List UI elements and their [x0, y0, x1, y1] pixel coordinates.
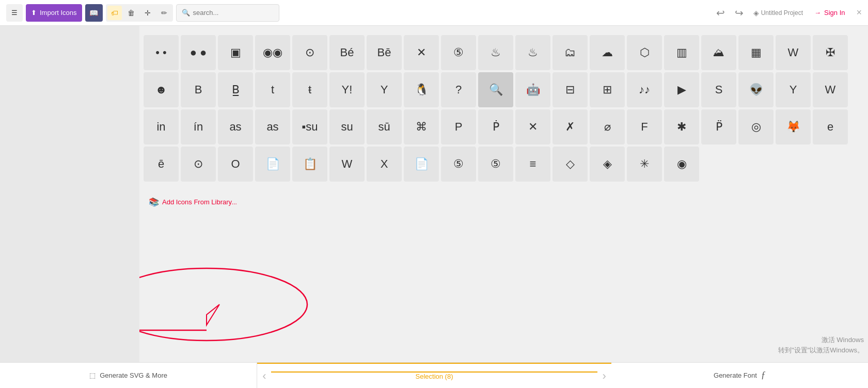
- icon-cell-reddit[interactable]: 👽: [738, 72, 774, 107]
- icon-cell-file[interactable]: 📄: [404, 147, 439, 182]
- delete-button[interactable]: 🗑: [124, 6, 138, 20]
- icon-cell-deviantart[interactable]: ✕: [404, 35, 439, 70]
- icon-row: • •● ●▣◉◉⊙BéBē✕⑤♨♨🗂☁⬡▥⛰▦W✠: [144, 35, 864, 70]
- icon-cell-stumbleupon-sq[interactable]: ▪su: [292, 109, 327, 144]
- icon-cell-onedrive[interactable]: ☁: [590, 35, 625, 70]
- icon-cell-hacker-news[interactable]: Y: [776, 72, 811, 107]
- icon-cell-yelp[interactable]: ✱: [664, 109, 699, 144]
- icon-cell-yahoo2[interactable]: Y: [367, 72, 402, 107]
- icon-cell-stack-overflow[interactable]: ⌘: [404, 109, 439, 144]
- search-input[interactable]: [193, 9, 274, 17]
- icon-cell-tux[interactable]: 🐧: [404, 72, 439, 107]
- icon-cell-html5[interactable]: ⑤: [441, 147, 476, 182]
- icon-cell-pdf[interactable]: 📄: [255, 147, 290, 182]
- move-button[interactable]: ✛: [140, 6, 155, 20]
- icon-cell-joomla[interactable]: ✠: [813, 35, 848, 70]
- icon-cell-asterisk[interactable]: ✳: [627, 147, 662, 182]
- icon-cell-linkedin[interactable]: in: [144, 109, 179, 144]
- import-icons-button[interactable]: ⬆ Import Icons: [26, 4, 82, 22]
- icon-cell-dribbble[interactable]: ⊙: [292, 35, 327, 70]
- add-icons-label: Add Icons From Library...: [162, 198, 237, 206]
- icon-cell-tumblr[interactable]: t: [255, 72, 290, 107]
- icon-cell-blogger2[interactable]: B̲: [218, 72, 253, 107]
- icon-cell-codepen[interactable]: ◈: [590, 147, 625, 182]
- icon-cell-wikipedia[interactable]: W: [813, 72, 848, 107]
- icon-row: ē⊙O📄📋WX📄⑤⑤≡◇◈✳◉: [144, 147, 864, 182]
- icon-cell-apple[interactable]: ?: [441, 72, 476, 107]
- icon-cell-soundcloud2[interactable]: ▶: [664, 72, 699, 107]
- icon-cell-windows8[interactable]: ⊞: [590, 72, 625, 107]
- icon-cell-npm[interactable]: ▥: [664, 35, 699, 70]
- icon-cell-css3[interactable]: ⑤: [478, 147, 513, 182]
- library-button[interactable]: 📖: [85, 4, 103, 22]
- icon-cell-opera[interactable]: O: [218, 147, 253, 182]
- icon-cell-ie[interactable]: ē: [144, 147, 179, 182]
- icon-cell-wordpress[interactable]: W: [776, 35, 811, 70]
- windows-watermark: 激活 Windows 转到"设置"以激活Windows。: [774, 333, 868, 357]
- sign-in-button[interactable]: → Sign In: [809, 6, 850, 20]
- tag-button[interactable]: 🏷: [107, 6, 122, 20]
- icon-cell-css[interactable]: ≡: [515, 147, 550, 182]
- icon-cell-flickr-square[interactable]: ▣: [218, 35, 253, 70]
- upload-icon: ⬆: [31, 9, 37, 17]
- right-arrow: ›: [597, 369, 611, 383]
- icon-cell-foursquare[interactable]: F: [627, 109, 662, 144]
- icon-cell-tumblr2[interactable]: ŧ: [292, 72, 327, 107]
- close-icon: ×: [856, 7, 862, 18]
- icon-cell-stumbleupon[interactable]: su: [329, 109, 365, 144]
- icon-cell-lastfm[interactable]: as: [218, 109, 253, 144]
- icon-cell-github[interactable]: ⬡: [627, 35, 662, 70]
- icon-cell-file-text[interactable]: 📋: [292, 147, 327, 182]
- icon-cell-flickr-circles[interactable]: ● ●: [181, 35, 216, 70]
- generate-svg-icon: ⬚: [89, 371, 96, 379]
- icon-cell-stumbleupon2[interactable]: sū: [367, 109, 402, 144]
- add-icons-area: 📚 Add Icons From Library...: [144, 187, 864, 217]
- icon-cell-trello[interactable]: ▦: [738, 35, 774, 70]
- icon-cell-skype[interactable]: S: [701, 72, 736, 107]
- icon-cell-xing[interactable]: ✕: [515, 109, 550, 144]
- icon-cell-dropbox[interactable]: 🗂: [553, 35, 588, 70]
- icon-cell-paypal[interactable]: P̈: [701, 109, 736, 144]
- icon-cell-behance2[interactable]: Bē: [367, 35, 402, 70]
- add-icons-button[interactable]: 📚 Add Icons From Library...: [149, 197, 237, 207]
- icon-cell-chrome[interactable]: ◎: [738, 109, 774, 144]
- icon-cell-git[interactable]: ◇: [553, 147, 588, 182]
- redo-button[interactable]: ↪: [732, 5, 747, 21]
- icon-cell-finder[interactable]: 🔍: [478, 72, 513, 107]
- icon-cell-xing2[interactable]: ✗: [553, 109, 588, 144]
- icon-cell-500px[interactable]: ⑤: [441, 35, 476, 70]
- library-icon-small: 📚: [149, 197, 159, 207]
- icon-cell-steam2[interactable]: ♨: [515, 35, 550, 70]
- icon-cell-linkedin2[interactable]: ín: [181, 109, 216, 144]
- icon-cell-behance[interactable]: Bé: [329, 35, 365, 70]
- icon-cell-target[interactable]: ◉: [664, 147, 699, 182]
- icon-cell-lastfm2[interactable]: as: [255, 109, 290, 144]
- icon-cell-flickr-dots[interactable]: • •: [144, 35, 179, 70]
- generate-svg-section[interactable]: ⬚ Generate SVG & More: [0, 363, 257, 388]
- icon-cell-android[interactable]: 🤖: [515, 72, 550, 107]
- icon-cell-ello[interactable]: ☻: [144, 72, 179, 107]
- icon-cell-steam[interactable]: ♨: [478, 35, 513, 70]
- icon-cell-yahoo[interactable]: Y!: [329, 72, 365, 107]
- icon-cell-blogger[interactable]: B: [181, 72, 216, 107]
- menu-button[interactable]: ☰: [6, 4, 23, 22]
- icon-grid-area[interactable]: • •● ●▣◉◉⊙BéBē✕⑤♨♨🗂☁⬡▥⛰▦W✠☻BB̲tŧY!Y🐧?🔍🤖⊟…: [139, 26, 868, 362]
- icon-cell-compass[interactable]: ⊙: [181, 147, 216, 182]
- icon-cell-pinterest2[interactable]: Ṗ: [478, 109, 513, 144]
- icon-cell-word[interactable]: W: [329, 147, 365, 182]
- toolbar-right: ↩ ↪ ◈ Untitled Project → Sign In ×: [713, 5, 862, 21]
- undo-button[interactable]: ↩: [713, 5, 729, 21]
- selection-section[interactable]: Selection (8): [271, 371, 597, 380]
- generate-font-section[interactable]: Generate Font ƒ: [611, 363, 868, 388]
- icon-cell-soundcloud[interactable]: ♪♪: [627, 72, 662, 107]
- icon-cell-ie-old[interactable]: e: [813, 109, 848, 144]
- icon-cell-flattr[interactable]: ⌀: [590, 109, 625, 144]
- icon-cell-pinterest[interactable]: P: [441, 109, 476, 144]
- icon-cell-flickr-circles2[interactable]: ◉◉: [255, 35, 290, 70]
- icon-cell-firefox[interactable]: 🦊: [776, 109, 811, 144]
- icon-cell-basecamp[interactable]: ⛰: [701, 35, 736, 70]
- icon-cell-windows8-old[interactable]: ⊟: [553, 72, 588, 107]
- icon-cell-excel[interactable]: X: [367, 147, 402, 182]
- close-button[interactable]: ×: [856, 7, 862, 18]
- edit-button[interactable]: ✏: [157, 6, 171, 20]
